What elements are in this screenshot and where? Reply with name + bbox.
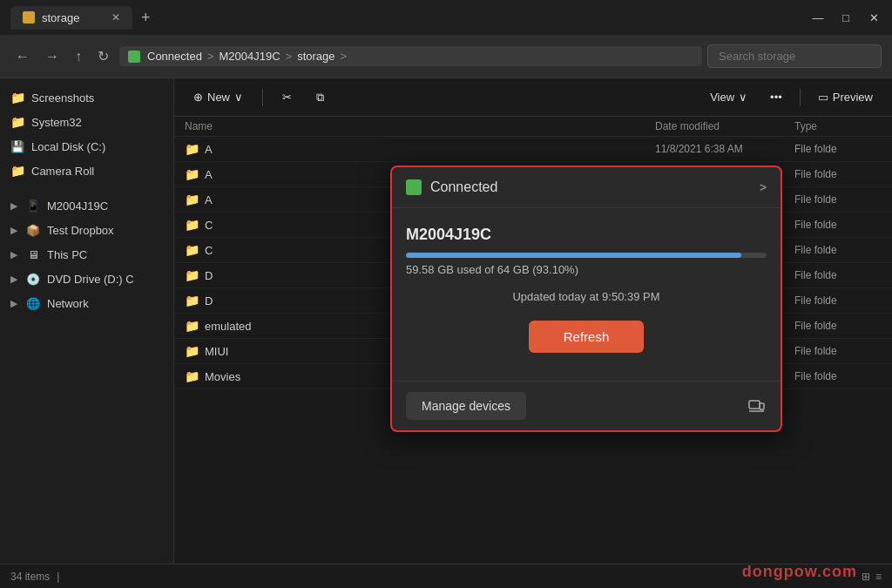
breadcrumb[interactable]: Connected > M2004J19C > storage >: [119, 46, 702, 66]
sidebar-item-this-pc[interactable]: ▶ 🖥 This PC: [0, 242, 173, 267]
bc-sep-1: >: [207, 50, 214, 63]
chevron-icon: ▶: [10, 274, 17, 285]
new-chevron: ∨: [234, 91, 243, 104]
folder-icon: 📁: [185, 369, 199, 383]
address-bar: ← → ↑ ↻ Connected > M2004J19C > storage …: [0, 35, 892, 78]
svg-rect-1: [760, 403, 764, 409]
chevron-icon: ▶: [10, 249, 17, 260]
breadcrumb-connected: Connected: [147, 50, 202, 63]
col-type-header[interactable]: Type: [794, 120, 882, 132]
up-btn[interactable]: ↑: [70, 45, 87, 68]
dvd-icon: 💿: [26, 272, 40, 286]
copy-btn[interactable]: ⧉: [307, 87, 333, 108]
popup-header-left: Connected: [406, 179, 497, 195]
pc-icon: 🖥: [26, 247, 40, 261]
bc-sep-3: >: [341, 50, 348, 63]
popup-footer: Manage devices: [392, 381, 780, 430]
content-area: ⊕ New ∨ ✂ ⧉ View ∨ ••• ▭: [174, 78, 892, 588]
sidebar-label-this-pc: This PC: [47, 248, 87, 261]
status-icon-1: ⊞: [862, 571, 870, 583]
more-btn[interactable]: •••: [761, 87, 791, 107]
storage-bar-container: 59.58 GB used of 64 GB (93.10%): [406, 253, 767, 276]
file-type: File folde: [794, 269, 882, 281]
watermark: dongpow.com: [742, 563, 857, 581]
back-btn[interactable]: ←: [10, 45, 35, 68]
more-icon: •••: [770, 91, 782, 104]
file-name: 📁 A: [185, 142, 629, 156]
window-controls: — □ ✕: [810, 10, 882, 25]
storage-bar-fill: [406, 253, 741, 258]
folder-icon: 📁: [10, 115, 24, 129]
status-icons: ⊞ ≡: [862, 571, 882, 583]
sidebar-item-m2004j19c[interactable]: ▶ 📱 M2004J19C: [0, 193, 173, 218]
preview-btn[interactable]: ▭ Preview: [809, 87, 882, 107]
title-bar: storage ✕ + — □ ✕: [0, 0, 892, 35]
col-name-header[interactable]: Name: [185, 120, 629, 132]
manage-devices-btn[interactable]: Manage devices: [406, 392, 526, 420]
folder-icon: 📁: [185, 344, 199, 358]
preview-label: Preview: [833, 91, 873, 104]
sidebar-label-m2004j19c: M2004J19C: [47, 199, 108, 213]
popup-phone-icon: [406, 179, 422, 195]
device-popup: Connected > M2004J19C 59.58 GB used of 6…: [390, 166, 782, 432]
sidebar-item-system32[interactable]: 📁 System32: [0, 110, 173, 134]
sidebar-label-screenshots: Screenshots: [31, 91, 94, 105]
maximize-btn[interactable]: □: [838, 10, 854, 25]
sidebar-item-test-dropbox[interactable]: ▶ 📦 Test Dropbox: [0, 218, 173, 242]
sidebar-label-system32: System32: [31, 116, 82, 129]
sidebar-label-camera-roll: Camera Roll: [31, 165, 94, 178]
add-tab-btn[interactable]: +: [132, 9, 159, 27]
storage-text: 59.58 GB used of 64 GB (93.10%): [406, 263, 767, 276]
drive-icon: 💾: [10, 139, 24, 153]
tab-close-btn[interactable]: ✕: [112, 11, 120, 24]
file-type: File folde: [794, 219, 882, 231]
network-icon: 🌐: [26, 296, 40, 310]
refresh-button[interactable]: Refresh: [529, 321, 645, 353]
preview-panel-icon: ▭: [818, 91, 828, 104]
popup-chevron[interactable]: >: [760, 180, 767, 194]
sidebar-item-screenshots[interactable]: 📁 Screenshots: [0, 85, 173, 110]
file-type: File folde: [794, 294, 882, 307]
tab-title: storage: [42, 11, 79, 24]
forward-btn[interactable]: →: [40, 45, 64, 68]
search-input[interactable]: [707, 44, 882, 68]
refresh-nav-btn[interactable]: ↻: [92, 44, 114, 68]
chevron-icon: ▶: [10, 225, 17, 236]
cut-btn[interactable]: ✂: [274, 87, 301, 107]
file-type: File folde: [794, 345, 882, 357]
popup-connected-text: Connected: [430, 179, 497, 195]
updated-text: Updated today at 9:50:39 PM: [406, 290, 767, 303]
file-type: File folde: [794, 143, 882, 155]
view-btn[interactable]: View ∨: [701, 87, 756, 107]
sidebar-item-camera-roll[interactable]: 📁 Camera Roll: [0, 159, 173, 183]
sidebar-item-dvd-drive[interactable]: ▶ 💿 DVD Drive (D:) C: [0, 267, 173, 291]
bc-sep-2: >: [286, 50, 293, 63]
new-label: New: [207, 91, 230, 104]
tab-folder-icon: [23, 11, 35, 24]
status-icon-2: ≡: [875, 571, 882, 583]
folder-icon: 📁: [10, 91, 24, 105]
table-row[interactable]: 📁 A 11/8/2021 6:38 AM File folde: [174, 137, 892, 162]
popup-header: Connected >: [392, 167, 780, 208]
chevron-icon: ▶: [10, 200, 17, 212]
sidebar-item-network[interactable]: ▶ 🌐 Network: [0, 291, 173, 315]
toolbar: ⊕ New ∨ ✂ ⧉ View ∨ ••• ▭: [174, 78, 892, 117]
cut-icon: ✂: [282, 91, 292, 104]
sidebar-label-localdisk: Local Disk (C:): [31, 140, 105, 153]
folder-icon: 📁: [185, 243, 199, 257]
col-date-header[interactable]: Date modified: [655, 120, 794, 132]
sidebar-item-local-disk[interactable]: 💾 Local Disk (C:): [0, 134, 173, 159]
folder-icon: 📁: [185, 268, 199, 282]
chevron-icon: ▶: [10, 298, 17, 309]
active-tab[interactable]: storage ✕: [10, 6, 132, 30]
file-type: File folde: [794, 244, 882, 256]
window-close-btn[interactable]: ✕: [866, 10, 882, 25]
popup-body: M2004J19C 59.58 GB used of 64 GB (93.10%…: [392, 208, 780, 381]
minimize-btn[interactable]: —: [810, 10, 826, 25]
folder-icon: 📁: [185, 319, 199, 333]
item-count: 34 items: [10, 571, 50, 583]
file-type: File folde: [794, 168, 882, 180]
sidebar-label-test-dropbox: Test Dropbox: [47, 224, 114, 237]
new-btn[interactable]: ⊕ New ∨: [185, 87, 252, 107]
file-type: File folde: [794, 320, 882, 332]
